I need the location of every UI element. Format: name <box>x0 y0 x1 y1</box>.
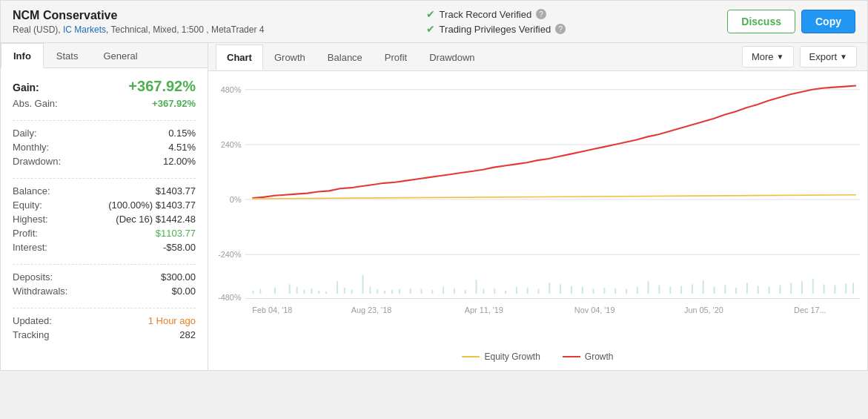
gain-group: Gain: +367.92% Abs. Gain: +367.92% <box>13 77 196 110</box>
tab-stats[interactable]: Stats <box>44 43 91 68</box>
profit-label: Profit: <box>13 228 38 239</box>
more-button[interactable]: More ▼ <box>742 46 794 67</box>
svg-rect-24 <box>476 280 477 294</box>
svg-rect-3 <box>289 284 291 294</box>
highest-label: Highest: <box>13 214 48 225</box>
profit-value: $1103.77 <box>156 228 196 239</box>
header: NCM Conservative Real (USD), IC Markets,… <box>1 1 867 43</box>
export-button[interactable]: Export ▼ <box>800 46 857 67</box>
legend-line-red <box>563 356 580 357</box>
abs-gain-row: Abs. Gain: +367.92% <box>13 97 196 110</box>
svg-rect-12 <box>362 275 364 294</box>
svg-rect-4 <box>296 287 298 294</box>
legend-equity-label: Equity Growth <box>484 352 540 362</box>
svg-rect-34 <box>582 287 583 294</box>
chart-tab-chart[interactable]: Chart <box>216 44 263 70</box>
svg-rect-58 <box>845 283 847 294</box>
verification-area: ✔ Track Record Verified ? ✔ Trading Priv… <box>426 8 566 35</box>
chart-tab-profit[interactable]: Profit <box>374 44 418 70</box>
legend-line-yellow <box>462 356 480 357</box>
chart-tab-balance[interactable]: Balance <box>317 44 374 70</box>
deposits-value: $300.00 <box>161 271 196 283</box>
chart-tabs-bar: Chart Growth Balance Profit Drawdown Mor… <box>208 43 867 71</box>
svg-rect-7 <box>318 291 319 294</box>
header-buttons: Discuss Copy <box>727 10 855 33</box>
chart-tab-drawdown[interactable]: Drawdown <box>418 44 486 70</box>
help-icon-2[interactable]: ? <box>555 24 566 34</box>
tab-info[interactable]: Info <box>1 43 44 68</box>
daily-label: Daily: <box>13 128 37 139</box>
svg-rect-2 <box>274 288 276 294</box>
svg-rect-8 <box>325 291 327 294</box>
deposits-row: Deposits: $300.00 <box>13 271 196 283</box>
gain-value: +367.92% <box>128 78 196 95</box>
svg-rect-52 <box>779 285 781 294</box>
daily-value: 0.15% <box>168 128 196 139</box>
right-panel: Chart Growth Balance Profit Drawdown Mor… <box>208 43 867 370</box>
svg-rect-14 <box>377 289 378 294</box>
svg-rect-44 <box>692 284 693 294</box>
abs-gain-label: Abs. Gain: <box>13 98 58 109</box>
tab-general[interactable]: General <box>90 43 150 68</box>
divider-4 <box>13 308 196 309</box>
svg-rect-32 <box>560 284 561 294</box>
svg-rect-18 <box>410 288 411 294</box>
y-label-0: 0% <box>230 195 242 204</box>
chevron-down-icon: ▼ <box>777 53 784 61</box>
broker-link[interactable]: IC Markets <box>63 24 106 35</box>
tracking-label: Tracking <box>13 329 49 340</box>
updated-label: Updated: <box>13 315 52 326</box>
svg-rect-11 <box>351 290 353 294</box>
equity-label: Equity: <box>13 199 42 211</box>
legend-growth-label: Growth <box>585 352 614 362</box>
tracking-value: 282 <box>179 329 196 340</box>
svg-rect-49 <box>746 283 748 294</box>
divider-3 <box>13 264 196 265</box>
equity-row: Equity: (100.00%) $1403.77 <box>13 199 196 211</box>
help-icon-1[interactable]: ? <box>536 9 546 19</box>
monthly-label: Monthly: <box>13 142 49 153</box>
copy-button[interactable]: Copy <box>801 10 855 33</box>
deposits-group: Deposits: $300.00 Withdrawals: $0.00 <box>13 271 196 297</box>
svg-rect-56 <box>824 284 825 294</box>
export-label: Export <box>809 51 838 62</box>
drawdown-value: 12.00% <box>163 156 196 167</box>
discuss-button[interactable]: Discuss <box>727 10 795 33</box>
svg-rect-28 <box>516 287 517 294</box>
left-tabs-bar: Info Stats General <box>1 43 208 68</box>
svg-rect-50 <box>758 286 759 294</box>
svg-rect-43 <box>680 286 682 294</box>
withdrawals-value: $0.00 <box>171 286 196 297</box>
withdrawals-row: Withdrawals: $0.00 <box>13 285 196 297</box>
svg-rect-37 <box>614 288 616 294</box>
chart-area: 480% 240% 0% -240% -480% <box>208 71 867 370</box>
svg-rect-13 <box>369 287 371 294</box>
balance-value: $1403.77 <box>156 185 196 197</box>
check-icon-1: ✔ <box>426 8 435 20</box>
account-subtitle: Real (USD), IC Markets, Technical, Mixed… <box>13 24 264 35</box>
chevron-down-icon-2: ▼ <box>840 53 847 61</box>
daily-row: Daily: 0.15% <box>13 127 196 139</box>
updated-row: Updated: 1 Hour ago <box>13 314 196 327</box>
withdrawals-label: Withdrawals: <box>13 286 67 297</box>
svg-rect-39 <box>637 287 638 294</box>
svg-rect-55 <box>812 279 814 294</box>
highest-row: Highest: (Dec 16) $1442.48 <box>13 213 196 225</box>
svg-rect-51 <box>769 287 770 294</box>
svg-rect-29 <box>527 288 529 294</box>
chart-svg-container: 480% 240% 0% -240% -480% <box>216 79 860 346</box>
divider-2 <box>13 178 196 179</box>
account-title: NCM Conservative <box>13 9 264 22</box>
monthly-row: Monthly: 4.51% <box>13 141 196 154</box>
balance-label: Balance: <box>13 185 50 197</box>
svg-rect-15 <box>384 291 385 294</box>
meta-group: Updated: 1 Hour ago Tracking 282 <box>13 314 196 341</box>
y-label-480: 480% <box>221 85 242 94</box>
svg-rect-54 <box>801 281 803 294</box>
monthly-value: 4.51% <box>168 142 196 153</box>
x-label-4: Nov 04, '19 <box>574 305 615 314</box>
performance-group: Daily: 0.15% Monthly: 4.51% Drawdown: 12… <box>13 127 196 168</box>
drawdown-label: Drawdown: <box>13 156 61 167</box>
chart-tab-growth[interactable]: Growth <box>263 44 317 70</box>
svg-rect-17 <box>399 289 400 294</box>
